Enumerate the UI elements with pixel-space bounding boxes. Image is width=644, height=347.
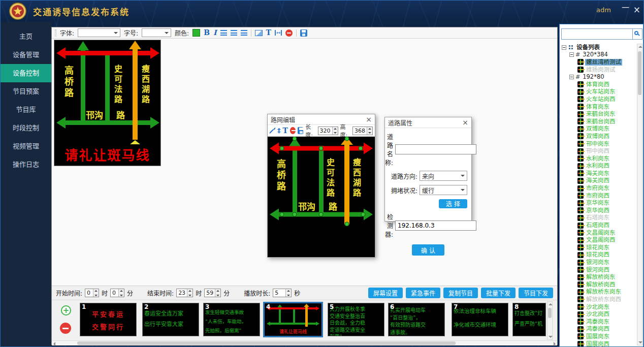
tree-device-item[interactable]: 文昌阁岗西: [561, 236, 636, 244]
tree-device-item[interactable]: 火车站岗东: [561, 88, 636, 96]
tree-device-item[interactable]: 海关岗西: [561, 177, 636, 185]
confirm-button[interactable]: 确 认: [412, 244, 444, 256]
add-program-button[interactable]: +: [61, 305, 71, 316]
draw-line-icon[interactable]: [270, 127, 275, 134]
action-button[interactable]: 屏幕设置: [368, 288, 403, 298]
playlist-vertical-scrollbar[interactable]: [547, 301, 553, 340]
length-spinner[interactable]: 320: [318, 127, 338, 135]
delete-icon[interactable]: [290, 127, 296, 134]
text-tool-icon[interactable]: T: [266, 29, 271, 37]
font-family-select[interactable]: [78, 28, 120, 37]
tree-device-item[interactable]: 火车站岗西: [561, 96, 636, 103]
tree-device-item[interactable]: 双博岗西: [561, 133, 636, 140]
tree-device-item[interactable]: 沙北岗西: [561, 310, 636, 318]
bold-icon[interactable]: B: [204, 29, 210, 37]
align-center-icon[interactable]: [231, 30, 237, 36]
tree-device-item[interactable]: 市府岗东: [561, 184, 636, 192]
tree-group-192x80[interactable]: # 192*80: [561, 73, 636, 81]
dialog-titlebar[interactable]: 路网编辑 ×: [268, 114, 375, 125]
sidebar-item[interactable]: 视频管理: [1, 137, 51, 155]
playlist-item-4-selected[interactable]: 4 请礼让斑马线: [263, 302, 323, 337]
tree-device-item[interactable]: 琼花岗东: [561, 244, 636, 251]
align-right-icon[interactable]: [241, 30, 247, 36]
playlist-item-5[interactable]: 5 大力开展秋冬季 交通安全整治百 日会战，全力稳 定道路交通安全 形势！: [328, 303, 384, 336]
tree-device-item[interactable]: 邗中岗西: [561, 147, 636, 155]
road-network-canvas[interactable]: 高桥路 史可法路 瘦西湖路 邗沟 路: [268, 137, 375, 257]
tree-device-item[interactable]: 鸿泰岗东: [561, 318, 636, 326]
tree-device-item[interactable]: 解放桥岗东: [561, 273, 636, 281]
scroll-left-icon[interactable]: [53, 342, 55, 346]
text-tool-icon[interactable]: T: [283, 127, 288, 135]
scroll-up-icon[interactable]: [638, 46, 642, 48]
height-spinner[interactable]: 368: [352, 127, 373, 135]
spinner-buttons[interactable]: [332, 127, 338, 135]
tree-device-item[interactable]: 石塔岗东: [561, 214, 636, 222]
detector-input[interactable]: [395, 220, 476, 231]
sidebar-item[interactable]: 设备管理: [1, 46, 51, 64]
minimize-icon[interactable]: —: [622, 3, 629, 12]
sidebar-item[interactable]: 节目预案: [1, 82, 51, 101]
close-icon[interactable]: ×: [633, 5, 640, 15]
playlist-item-8[interactable]: 8 打击整改“灯 严查严防“机: [512, 303, 546, 336]
close-icon[interactable]: ×: [462, 118, 468, 127]
junction-icon[interactable]: ‡: [277, 127, 281, 134]
tree-device-item[interactable]: 市府岗西: [561, 192, 636, 200]
playlist-item-7[interactable]: 7 依法治理非标车辆 净化城市交通环境: [452, 303, 508, 336]
road-name-input[interactable]: [395, 144, 476, 154]
dialog-titlebar[interactable]: 道路属性 ×: [385, 117, 471, 128]
sidebar-item[interactable]: 时段控制: [1, 119, 51, 137]
delete-icon[interactable]: [285, 29, 293, 37]
action-button[interactable]: 节目下发: [519, 288, 553, 298]
search-input[interactable]: [561, 28, 633, 40]
tree-device-item[interactable]: 文昌阁岗东: [561, 229, 636, 237]
playlist-item-6[interactable]: 6 扎实开展电动车 “百日整治”， 有效预防道路交 通事故。: [388, 303, 445, 336]
tree-device-item[interactable]: 银河岗东: [561, 259, 636, 266]
user-name[interactable]: adm: [596, 6, 611, 14]
duration-spinner[interactable]: 5: [273, 289, 292, 297]
tree-device-item[interactable]: 解放桥东岗东: [561, 289, 636, 296]
tree-device-item[interactable]: 维扬岗测试: [561, 66, 636, 74]
color-swatch[interactable]: [192, 29, 200, 37]
toolbar-grip[interactable]: [55, 29, 56, 37]
tree-device-item[interactable]: 来鹤台岗东: [561, 110, 636, 118]
tree-collapse-icon[interactable]: [562, 45, 566, 50]
close-icon[interactable]: ×: [366, 115, 372, 123]
scroll-right-icon[interactable]: [554, 342, 556, 346]
tree-collapse-icon[interactable]: [569, 75, 574, 79]
sidebar-item[interactable]: 操作日志: [1, 155, 51, 174]
tree-device-item[interactable]: 国展岗东: [561, 333, 636, 340]
save-icon[interactable]: [300, 29, 307, 37]
scroll-down-icon[interactable]: [638, 341, 642, 343]
scroll-down-icon[interactable]: [549, 336, 553, 338]
road-direction-select[interactable]: 来向: [420, 171, 467, 181]
spinner-buttons[interactable]: [285, 289, 291, 297]
tree-device-item[interactable]: 解放桥岗西: [561, 281, 636, 289]
tree-device-item[interactable]: 邗中岗东: [561, 140, 636, 148]
tree-device-item[interactable]: 京华岗东: [561, 199, 636, 207]
spinner-buttons[interactable]: [93, 289, 99, 297]
font-size-select[interactable]: [142, 28, 171, 37]
tree-device-item[interactable]: 双博岗东: [561, 125, 636, 133]
spinner-buttons[interactable]: [187, 289, 192, 297]
tree-collapse-icon[interactable]: [569, 52, 574, 57]
tree-device-item[interactable]: 石塔岗西: [561, 222, 636, 229]
insert-image-icon[interactable]: [255, 30, 263, 36]
spinner-buttons[interactable]: [367, 127, 372, 135]
tree-root[interactable]: 设备列表: [561, 44, 636, 51]
tree-device-item[interactable]: 水利岗西: [561, 163, 636, 170]
tree-device-item[interactable]: 银河岗西: [561, 266, 636, 274]
action-button[interactable]: 批量下发: [481, 288, 516, 298]
align-left-icon[interactable]: [220, 30, 227, 36]
scroll-up-icon[interactable]: [549, 303, 553, 305]
end-hour-spinner[interactable]: 23: [176, 289, 193, 297]
tree-device-item[interactable]: 沙北岗东: [561, 303, 636, 311]
tree-device-item[interactable]: 琼花岗西: [561, 251, 636, 259]
start-minute-spinner[interactable]: 0: [110, 289, 124, 297]
tree-device-item[interactable]: 国展岗西: [561, 340, 636, 346]
tree-device-item[interactable]: 体育岗东: [561, 103, 636, 111]
led-preview[interactable]: 高桥路 史可法路 瘦西湖路 邗沟 路 请礼让斑马线: [54, 40, 161, 166]
sidebar-item[interactable]: 主页: [1, 27, 51, 46]
playlist-item-1[interactable]: 1 平安春运 交警同行: [80, 303, 137, 336]
tree-device-item[interactable]: 螺丝湾桥测试: [561, 58, 636, 66]
tree-device-item[interactable]: 来鹤台岗西: [561, 118, 636, 125]
